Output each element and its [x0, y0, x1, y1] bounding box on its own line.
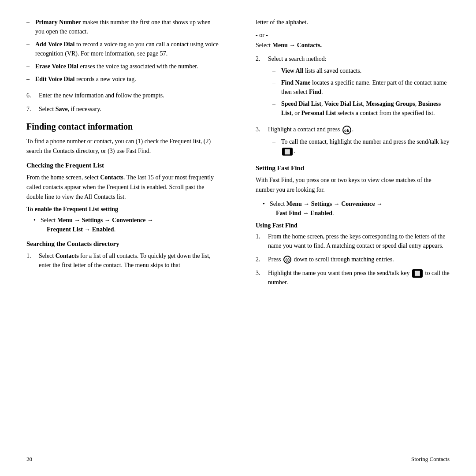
- view-all-item: View All lists all saved contacts.: [272, 66, 450, 75]
- send-key-icon: ⬜: [282, 148, 293, 156]
- fast-find-step-2: 2. Press down to scroll through matching…: [256, 255, 450, 264]
- list-item-erase-voice-dial: Erase Voice Dial erases the voice tag as…: [26, 62, 220, 71]
- fast-find-settings-item: Select Menu → Settings → Convenience → F…: [263, 199, 450, 218]
- step3-sub-bullets: To call the contact, highlight the numbe…: [268, 137, 450, 156]
- footer: 20 Storing Contacts: [26, 452, 450, 463]
- fast-find-step-3: 3. Highlight the name you want then pres…: [256, 268, 450, 287]
- list-item-edit-voice-dial: Edit Voice Dial records a new voice tag.: [26, 74, 220, 84]
- content-area: Primary Number makes this number the fir…: [26, 18, 450, 445]
- list-item-add-voice-dial: Add Voice Dial to record a voice tag so …: [26, 40, 220, 58]
- enable-frequent-list-bullet: Select Menu → Settings → Convenience → F…: [26, 216, 220, 234]
- nav-icon: [283, 256, 291, 264]
- step-6: 6. Enter the new information and follow …: [26, 91, 220, 100]
- contacts-step-3: 3. Highlight a contact and press ok. To …: [256, 125, 450, 158]
- sub-heading-using-fast-find: Using Fast Find: [256, 222, 450, 229]
- sub-heading-contacts-directory: Searching the Contacts directory: [26, 240, 220, 248]
- section-finding-contact-intro: To find a phone number or contact, you c…: [26, 137, 220, 156]
- continuation-alphabet: letter of the alphabet.: [256, 18, 450, 27]
- fast-find-settings-bullet: Select Menu → Settings → Convenience → F…: [256, 199, 450, 218]
- speed-dial-list-item: Speed Dial List, Voice Dial List, Messag…: [272, 99, 450, 118]
- section-setting-fast-find-heading: Setting Fast Find: [256, 164, 450, 172]
- step3-sub-item: To call the contact, highlight the numbe…: [272, 137, 450, 156]
- enable-frequent-list-heading: To enable the Frequent List setting: [26, 206, 220, 213]
- enable-frequent-list-item: Select Menu → Settings → Convenience → F…: [33, 216, 220, 234]
- left-column: Primary Number makes this number the fir…: [26, 18, 229, 445]
- page-number: 20: [26, 456, 32, 463]
- fast-find-intro: With Fast Find, you press one or two key…: [256, 175, 450, 194]
- send-key-icon-2: ⬜: [412, 269, 423, 278]
- or-line: - or -: [256, 32, 450, 39]
- right-column: letter of the alphabet. - or - Select Me…: [247, 18, 450, 445]
- fast-find-step-1: 1. From the home screen, press the keys …: [256, 232, 450, 250]
- find-name-item: Find Name locates a specific name. Enter…: [272, 78, 450, 97]
- list-item-primary-number: Primary Number makes this number the fir…: [26, 18, 220, 36]
- section-finding-contact-heading: Finding contact information: [26, 121, 220, 132]
- select-menu-contacts: Select Menu → Contacts.: [256, 41, 450, 50]
- frequent-list-intro: From the home screen, select Contacts. T…: [26, 173, 220, 201]
- contacts-step-1: 1. Select Contacts for a list of all con…: [26, 251, 220, 270]
- search-method-list: View All lists all saved contacts. Find …: [268, 66, 450, 118]
- bullet-list-primary: Primary Number makes this number the fir…: [26, 18, 220, 84]
- ok-icon: ok: [342, 126, 351, 134]
- page-container: Primary Number makes this number the fir…: [0, 0, 476, 476]
- footer-section-label: Storing Contacts: [411, 456, 450, 463]
- step-7: 7. Select Save, if necessary.: [26, 104, 220, 114]
- sub-heading-frequent-list: Checking the Frequent List: [26, 162, 220, 169]
- contacts-step-2: 2. Select a search method: View All list…: [256, 54, 450, 120]
